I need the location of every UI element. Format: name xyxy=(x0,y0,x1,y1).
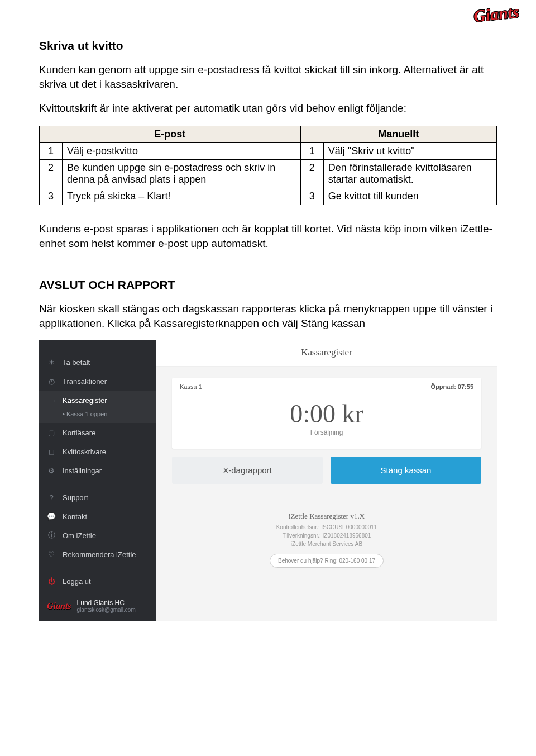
sales-label: Försäljning xyxy=(172,429,481,449)
section-title-kvitto: Skriva ut kvitto xyxy=(39,39,497,53)
sidebar-item-installningar[interactable]: ⚙ Inställningar xyxy=(39,461,156,480)
footer-info: iZettle Kassaregister v1.X Kontrollenhet… xyxy=(156,511,497,573)
sidebar-item-label: Kvittoskrivare xyxy=(63,448,106,456)
clock-icon: ◷ xyxy=(47,377,56,386)
chat-icon: 💬 xyxy=(47,512,56,521)
paragraph: Kundens e-post sparas i applikationen oc… xyxy=(39,222,497,250)
cell-text: Den förinstallerade kvittoläsaren starta… xyxy=(323,159,496,188)
sidebar-item-label: Om iZettle xyxy=(63,531,96,540)
cell-text: Välj "Skriv ut kvitto" xyxy=(323,142,496,159)
tillverkningsnr: Tillverkningsnr.: IZ01802418956801 xyxy=(156,531,497,540)
info-icon: ⓘ xyxy=(47,531,56,540)
cell-text: Be kunden uppge sin e-postadress och skr… xyxy=(63,159,301,188)
company-name: iZettle Merchant Services AB xyxy=(156,540,497,548)
register-icon: ▭ xyxy=(47,396,56,405)
table-header-right: Manuellt xyxy=(300,126,496,142)
help-icon: ? xyxy=(47,493,56,502)
sales-amount: 0:00 kr xyxy=(172,393,481,429)
cardreader-icon: ▢ xyxy=(47,428,56,437)
paragraph: Kvittoutskrift är inte aktiverat per aut… xyxy=(39,101,497,116)
sidebar-item-label: Transaktioner xyxy=(63,377,107,386)
cell-num: 1 xyxy=(300,142,323,159)
cell-num: 2 xyxy=(40,159,63,188)
instructions-table: E-post Manuellt 1 Välj e-postkvitto 1 Vä… xyxy=(39,126,497,205)
sidebar-item-om-izettle[interactable]: ⓘ Om iZettle xyxy=(39,526,156,545)
section-title-avslut: AVSLUT OCH RAPPORT xyxy=(39,278,497,292)
footer-email: giantskiosk@gmail.com xyxy=(77,607,136,613)
app-screenshot: ✶ Ta betalt ◷ Transaktioner ▭ Kassaregis… xyxy=(39,340,497,621)
cell-text: Välj e-postkvitto xyxy=(63,142,301,159)
giants-logo: Giants xyxy=(473,2,520,26)
table-header-left: E-post xyxy=(40,126,301,142)
sidebar-item-label: Kontakt xyxy=(63,512,87,521)
sidebar-item-label: Rekommendera iZettle xyxy=(63,550,136,559)
paragraph: Kunden kan genom att uppge sin e-postadr… xyxy=(39,63,497,91)
kontrollenhet: Kontrollenhetsnr.: ISCCUSE0000000011 xyxy=(156,523,497,531)
sidebar-item-support[interactable]: ? Support xyxy=(39,488,156,507)
footer-logo-icon: Giants xyxy=(47,601,71,611)
cell-num: 3 xyxy=(300,188,323,205)
sidebar-item-label: Logga ut xyxy=(63,577,91,586)
sidebar-item-ta-betalt[interactable]: ✶ Ta betalt xyxy=(39,353,156,372)
sidebar-footer: Giants Lund Giants HC giantskiosk@gmail.… xyxy=(39,591,156,621)
footer-org-name: Lund Giants HC xyxy=(77,599,136,607)
sidebar-item-label: Support xyxy=(63,493,88,502)
sidebar-item-label: Kortläsare xyxy=(63,429,95,437)
x-dagrapport-button[interactable]: X-dagrapport xyxy=(172,457,323,484)
table-row: 1 Välj e-postkvitto 1 Välj "Skriv ut kvi… xyxy=(40,142,497,159)
sidebar-item-logga-ut[interactable]: ⏻ Logga ut xyxy=(39,572,156,591)
sidebar-item-kontakt[interactable]: 💬 Kontakt xyxy=(39,507,156,526)
main-title: Kassaregister xyxy=(156,340,497,367)
pay-icon: ✶ xyxy=(47,358,56,367)
sidebar-item-transaktioner[interactable]: ◷ Transaktioner xyxy=(39,372,156,391)
paragraph: När kiosken skall stängas och dagskassan… xyxy=(39,302,497,330)
sidebar-subtext: • Kassa 1 öppen xyxy=(39,410,156,423)
sidebar-item-kvittoskrivare[interactable]: ◻ Kvittoskrivare xyxy=(39,442,156,461)
card-opened-label: Öppnad: 07:55 xyxy=(431,383,473,390)
cell-num: 1 xyxy=(40,142,63,159)
table-row: 3 Tryck på skicka – Klart! 3 Ge kvittot … xyxy=(40,188,497,205)
gear-icon: ⚙ xyxy=(47,466,56,475)
sidebar-item-kassaregister[interactable]: ▭ Kassaregister xyxy=(39,391,156,410)
stang-kassan-button[interactable]: Stäng kassan xyxy=(331,457,481,484)
main-panel: Kassaregister Kassa 1 Öppnad: 07:55 0:00… xyxy=(156,340,497,621)
power-icon: ⏻ xyxy=(47,577,56,586)
card-kassa-label: Kassa 1 xyxy=(180,383,202,390)
heart-icon: ♡ xyxy=(47,550,56,559)
sidebar-item-label: Kassaregister xyxy=(63,396,107,405)
sidebar-item-label: Ta betalt xyxy=(63,358,90,367)
table-row: 2 Be kunden uppge sin e-postadress och s… xyxy=(40,159,497,188)
cell-text: Ge kvittot till kunden xyxy=(323,188,496,205)
printer-icon: ◻ xyxy=(47,447,56,456)
cell-text: Tryck på skicka – Klart! xyxy=(63,188,301,205)
sales-card: Kassa 1 Öppnad: 07:55 0:00 kr Försäljnin… xyxy=(172,378,481,449)
sidebar: ✶ Ta betalt ◷ Transaktioner ▭ Kassaregis… xyxy=(39,340,156,621)
help-phone-pill[interactable]: Behöver du hjälp? Ring: 020-160 00 17 xyxy=(270,554,384,568)
sidebar-item-rekommendera[interactable]: ♡ Rekommendera iZettle xyxy=(39,545,156,564)
cell-num: 2 xyxy=(300,159,323,188)
cell-num: 3 xyxy=(40,188,63,205)
sidebar-item-kortlasare[interactable]: ▢ Kortläsare xyxy=(39,423,156,442)
sidebar-item-label: Inställningar xyxy=(63,467,102,475)
app-version: iZettle Kassaregister v1.X xyxy=(156,511,497,522)
